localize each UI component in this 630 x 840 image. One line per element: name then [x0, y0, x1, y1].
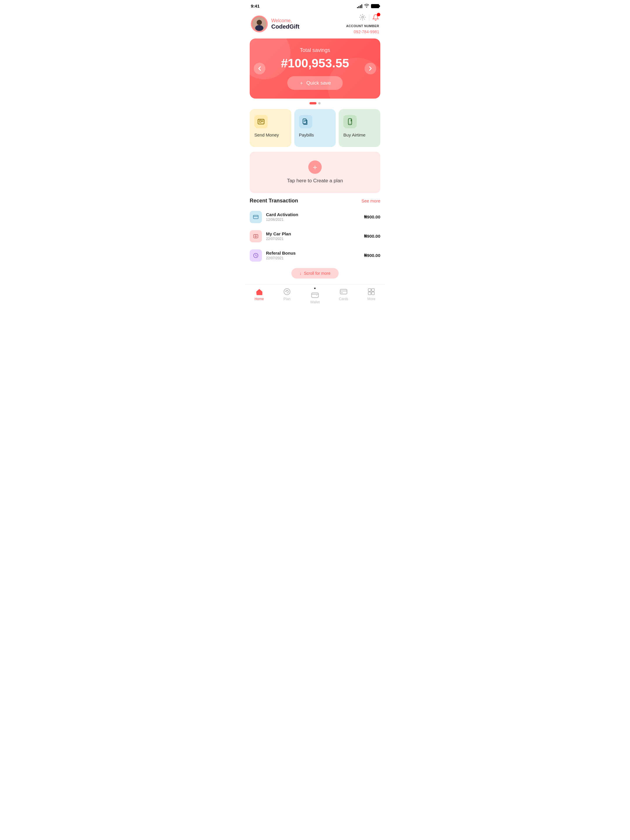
- username-text: CodedGift: [271, 23, 300, 30]
- scroll-more-area: ↓ Scroll for more: [245, 265, 385, 278]
- scroll-more-label: Scroll for more: [304, 271, 330, 276]
- send-money-label: Send Money: [254, 133, 287, 137]
- paybills-icon: [299, 115, 313, 128]
- plus-icon: ＋: [299, 80, 304, 86]
- status-bar: 9:41: [245, 0, 385, 11]
- txn-info-1: My Car Plan 22/07/2021: [266, 231, 360, 241]
- account-number: 092-784-9981: [354, 30, 379, 34]
- savings-amount: #100,953.55: [281, 56, 349, 70]
- quick-save-label: Quick save: [306, 80, 331, 86]
- avatar: [251, 16, 268, 32]
- notification-bell[interactable]: [372, 14, 379, 22]
- nav-wallet[interactable]: Wallet: [308, 287, 323, 304]
- carousel-dots: [245, 102, 385, 104]
- nav-more-label: More: [368, 297, 375, 301]
- notification-badge: [377, 13, 381, 16]
- action-send-money[interactable]: Send Money: [249, 109, 291, 147]
- scroll-more-button[interactable]: ↓ Scroll for more: [291, 268, 339, 278]
- bottom-nav: Home Plan Wallet Cards: [245, 284, 385, 310]
- txn-date-0: 12/06/2021: [266, 218, 360, 222]
- txn-amount-1: ₦900.00: [364, 234, 381, 239]
- signal-icon: [357, 4, 362, 8]
- settings-icon[interactable]: [359, 14, 366, 22]
- create-plan-card[interactable]: ＋ Tap here to Create a plan: [249, 152, 381, 193]
- svg-point-3: [362, 16, 363, 18]
- account-label: ACCOUNT NUMBER: [346, 24, 379, 28]
- transaction-item-1[interactable]: My Car Plan 22/07/2021 ₦900.00: [245, 227, 385, 246]
- txn-amount-0: ₦900.00: [364, 215, 381, 219]
- svg-rect-24: [368, 292, 371, 295]
- svg-rect-18: [311, 293, 318, 297]
- savings-card: Total savings #100,953.55 ＋ Quick save: [249, 38, 381, 99]
- scroll-down-icon: ↓: [300, 271, 302, 276]
- txn-info-2: Referal Bonus 22/07/2021: [266, 251, 360, 260]
- header-left: Welcome, CodedGift: [251, 16, 300, 32]
- quick-save-button[interactable]: ＋ Quick save: [287, 76, 343, 90]
- savings-label: Total savings: [300, 47, 330, 54]
- transaction-list: Card Activation 12/06/2021 ₦900.00 My Ca…: [245, 207, 385, 265]
- send-money-icon: [254, 115, 268, 128]
- status-icons: [357, 3, 379, 8]
- action-buy-airtime[interactable]: Buy Airtime: [339, 109, 381, 147]
- recent-title: Recent Transaction: [249, 198, 298, 204]
- nav-plan-label: Plan: [284, 297, 291, 301]
- txn-icon-1: [249, 230, 262, 242]
- action-paybills[interactable]: Paybills: [294, 109, 336, 147]
- welcome-block: Welcome, CodedGift: [271, 18, 300, 30]
- txn-icon-0: [249, 211, 262, 223]
- quick-actions: Send Money Paybills Buy Airtime: [245, 109, 385, 147]
- txn-date-1: 22/07/2021: [266, 237, 360, 241]
- create-plan-text: Tap here to Create a plan: [287, 177, 343, 184]
- see-more-button[interactable]: See more: [362, 198, 381, 203]
- battery-icon: [371, 4, 379, 8]
- txn-icon-2: [249, 249, 262, 262]
- nav-cards-label: Cards: [339, 297, 348, 301]
- svg-rect-25: [372, 292, 374, 295]
- create-plan-icon: ＋: [308, 160, 322, 174]
- svg-rect-5: [259, 120, 261, 122]
- txn-info-0: Card Activation 12/06/2021: [266, 212, 360, 222]
- buy-airtime-label: Buy Airtime: [343, 133, 376, 137]
- txn-name-1: My Car Plan: [266, 231, 360, 236]
- transaction-item-0[interactable]: Card Activation 12/06/2021 ₦900.00: [245, 207, 385, 227]
- paybills-label: Paybills: [299, 133, 332, 137]
- dot-inactive[interactable]: [318, 102, 321, 104]
- buy-airtime-icon: [343, 115, 357, 128]
- welcome-text: Welcome,: [271, 18, 300, 23]
- prev-slide-button[interactable]: [254, 63, 265, 74]
- nav-home-label: Home: [255, 297, 264, 301]
- svg-rect-13: [253, 215, 258, 219]
- svg-rect-11: [349, 119, 352, 125]
- next-slide-button[interactable]: [365, 63, 376, 74]
- svg-point-17: [284, 289, 290, 295]
- svg-point-2: [255, 25, 264, 31]
- txn-date-2: 22/07/2021: [266, 256, 360, 260]
- nav-plan[interactable]: Plan: [280, 287, 294, 304]
- status-time: 9:41: [251, 3, 260, 8]
- nav-cards[interactable]: Cards: [336, 287, 351, 304]
- nav-more[interactable]: More: [364, 287, 378, 304]
- svg-rect-23: [372, 289, 374, 291]
- header-right: ACCOUNT NUMBER 092-784-9981: [346, 14, 379, 34]
- txn-amount-2: ₦900.00: [364, 253, 381, 258]
- dot-active[interactable]: [309, 102, 316, 104]
- svg-point-1: [257, 20, 262, 25]
- nav-wallet-label: Wallet: [310, 300, 320, 304]
- txn-name-2: Referal Bonus: [266, 251, 360, 256]
- svg-rect-19: [340, 289, 347, 294]
- plus-create-icon: ＋: [311, 163, 319, 172]
- nav-home[interactable]: Home: [252, 287, 267, 304]
- svg-rect-22: [368, 289, 371, 291]
- header-icons: [359, 14, 379, 22]
- txn-name-0: Card Activation: [266, 212, 360, 217]
- header: Welcome, CodedGift ACCOUNT NUMBER 092-78…: [245, 11, 385, 38]
- transaction-item-2[interactable]: Referal Bonus 22/07/2021 ₦900.00: [245, 246, 385, 265]
- wallet-dot: [314, 287, 316, 289]
- recent-transactions-header: Recent Transaction See more: [245, 198, 385, 207]
- svg-rect-8: [303, 119, 306, 124]
- wifi-icon: [364, 3, 369, 8]
